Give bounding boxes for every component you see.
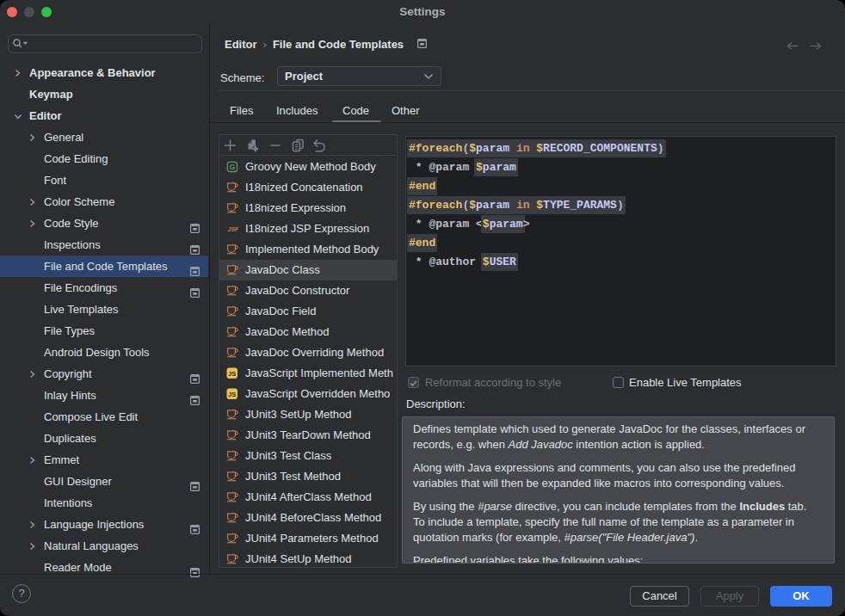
svg-text:JS: JS [228,391,236,398]
svg-text:JSP: JSP [227,226,238,232]
svg-text:G: G [230,163,236,171]
svg-text:JS: JS [228,370,236,378]
